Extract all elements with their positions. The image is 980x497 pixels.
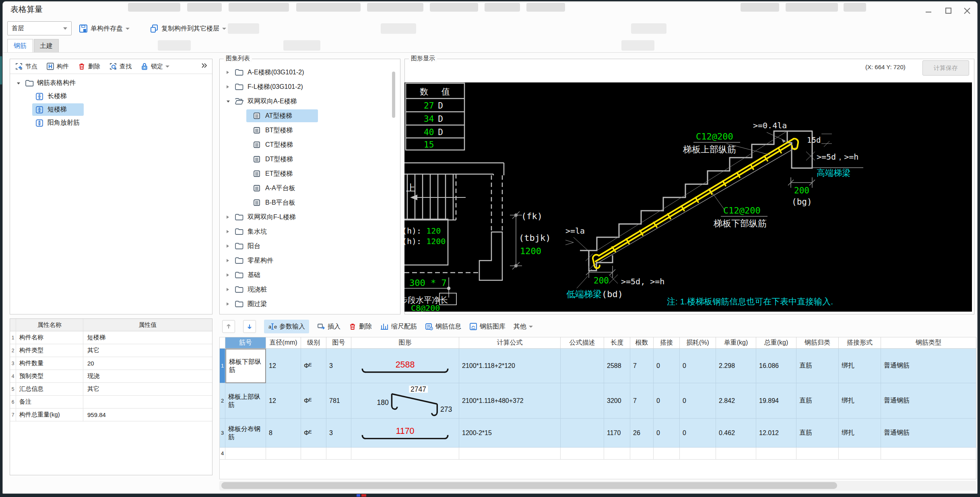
cell-desc[interactable]: [561, 448, 604, 460]
atlas-doc[interactable]: ET型楼梯: [220, 166, 391, 181]
tree-item-long-stair[interactable]: 长楼梯: [10, 90, 212, 103]
cell-level[interactable]: [301, 448, 326, 460]
cell-category[interactable]: [796, 448, 839, 460]
cell-steel-type[interactable]: 普通钢筋: [881, 419, 976, 448]
cell-formula[interactable]: [459, 448, 561, 460]
atlas-doc[interactable]: DT型楼梯: [220, 152, 391, 166]
atlas-doc-at[interactable]: AT型楼梯: [220, 109, 391, 123]
cell-level[interactable]: Φᴱ: [301, 419, 326, 448]
cell-loss[interactable]: 0: [680, 349, 716, 383]
atlas-folder[interactable]: 圈过梁: [220, 297, 391, 311]
table-hscrollbar[interactable]: [219, 481, 976, 491]
cell-name[interactable]: 梯板下部纵筋: [225, 349, 266, 383]
row-number[interactable]: 2: [220, 383, 225, 419]
cell-dia[interactable]: 12: [266, 383, 301, 419]
cell-lap-type[interactable]: [839, 448, 881, 460]
cell-length[interactable]: 3200: [604, 383, 630, 419]
tree-item-short-stair[interactable]: 短楼梯: [10, 103, 212, 116]
cell-lap-type[interactable]: 绑扎: [839, 383, 881, 419]
cell-count[interactable]: [630, 448, 654, 460]
col-header-shape[interactable]: 图形: [351, 337, 459, 349]
cell-desc[interactable]: [561, 383, 604, 419]
rebar-library-button[interactable]: 钢筋图库: [469, 322, 505, 331]
cell-length[interactable]: 1170: [604, 419, 630, 448]
node-button[interactable]: 节点: [15, 62, 37, 70]
caret-right-icon[interactable]: [226, 229, 230, 234]
cell-total-weight[interactable]: [756, 448, 796, 460]
property-value[interactable]: 20: [83, 357, 212, 370]
property-value[interactable]: 其它: [83, 383, 212, 395]
cell-count[interactable]: 26: [630, 419, 654, 448]
property-value[interactable]: [83, 396, 212, 408]
col-header-dia[interactable]: 直径(mm): [266, 337, 301, 349]
atlas-folder-open[interactable]: 双网双向A-E楼梯: [220, 94, 391, 109]
col-header-unit-weight[interactable]: 单重(kg): [716, 337, 756, 349]
cell-unit-weight[interactable]: 2.298: [716, 349, 756, 383]
property-value[interactable]: 其它: [83, 344, 212, 357]
insert-button[interactable]: 插入: [317, 322, 340, 331]
row-number[interactable]: 3: [220, 419, 225, 448]
cell-unit-weight[interactable]: 2.842: [716, 383, 756, 419]
cell-length[interactable]: [604, 448, 630, 460]
close-button[interactable]: [961, 6, 973, 16]
cell-fig[interactable]: 3: [326, 349, 351, 383]
minimize-button[interactable]: [922, 6, 935, 16]
caret-down-icon[interactable]: [16, 81, 21, 86]
param-input-button[interactable]: a e 参数输入: [264, 320, 309, 333]
property-value[interactable]: 短楼梯: [83, 331, 212, 344]
caret-right-icon[interactable]: [226, 287, 230, 292]
cell-formula[interactable]: 1200-2*15: [459, 419, 561, 448]
cell-lap[interactable]: 0: [654, 383, 680, 419]
caret-right-icon[interactable]: [226, 70, 230, 75]
scale-rebar-button[interactable]: 缩尺配筋: [380, 322, 417, 331]
other-button[interactable]: 其他: [514, 322, 533, 331]
cell-loss[interactable]: [680, 448, 716, 460]
cell-loss[interactable]: 0: [680, 419, 716, 448]
caret-right-icon[interactable]: [226, 302, 230, 306]
cell-unit-weight[interactable]: [716, 448, 756, 460]
caret-right-icon[interactable]: [226, 244, 230, 249]
delete-button[interactable]: 删除: [78, 62, 100, 70]
col-header-category[interactable]: 钢筋归类: [796, 337, 839, 349]
floor-select[interactable]: 首层: [7, 21, 72, 35]
delete-row-button[interactable]: 删除: [349, 322, 372, 331]
property-value[interactable]: 959.84: [83, 409, 212, 421]
cell-steel-type[interactable]: 普通钢筋: [881, 349, 976, 383]
row-number[interactable]: 1: [220, 349, 225, 383]
cell-shape[interactable]: [351, 448, 459, 460]
atlas-folder[interactable]: F-L楼梯(03G101-2): [220, 80, 391, 94]
cell-name[interactable]: 梯板上部纵筋: [225, 383, 266, 419]
cell-dia[interactable]: 8: [266, 419, 301, 448]
cell-category[interactable]: 直筋: [796, 419, 839, 448]
move-down-button[interactable]: [243, 320, 256, 333]
tab-civil[interactable]: 土建: [34, 39, 59, 53]
cell-lap[interactable]: 0: [654, 349, 680, 383]
cell-dia[interactable]: [266, 448, 301, 460]
table-hscrollbar-thumb[interactable]: [221, 482, 837, 489]
atlas-folder[interactable]: 双网双向F-L楼梯: [220, 210, 391, 224]
atlas-folder[interactable]: 基础: [220, 268, 391, 282]
col-header-level[interactable]: 级别: [301, 337, 326, 349]
find-button[interactable]: 查找: [109, 62, 132, 70]
cell-lap[interactable]: [654, 448, 680, 460]
atlas-folder[interactable]: 零星构件: [220, 253, 391, 268]
cell-dia[interactable]: 12: [266, 349, 301, 383]
cell-unit-weight[interactable]: 0.462: [716, 419, 756, 448]
tab-rebar[interactable]: 钢筋: [7, 39, 33, 53]
col-header-lap[interactable]: 搭接: [654, 337, 680, 349]
col-header-name[interactable]: 筋号: [225, 337, 266, 349]
calc-save-button[interactable]: 计算保存: [922, 60, 969, 76]
row-number[interactable]: 4: [220, 448, 225, 460]
cell-count[interactable]: 7: [630, 383, 654, 419]
cell-desc[interactable]: [561, 419, 604, 448]
atlas-doc[interactable]: BT型楼梯: [220, 123, 391, 138]
caret-right-icon[interactable]: [226, 273, 230, 277]
cell-steel-type[interactable]: [881, 448, 976, 460]
cell-total-weight[interactable]: 19.894: [756, 383, 796, 419]
cell-steel-type[interactable]: 普通钢筋: [881, 383, 976, 419]
cell-loss[interactable]: 0: [680, 383, 716, 419]
col-header-desc[interactable]: 公式描述: [561, 337, 604, 349]
cell-fig[interactable]: 781: [326, 383, 351, 419]
cell-name[interactable]: 梯板分布钢筋: [225, 419, 266, 448]
atlas-folder[interactable]: 阳台: [220, 239, 391, 253]
